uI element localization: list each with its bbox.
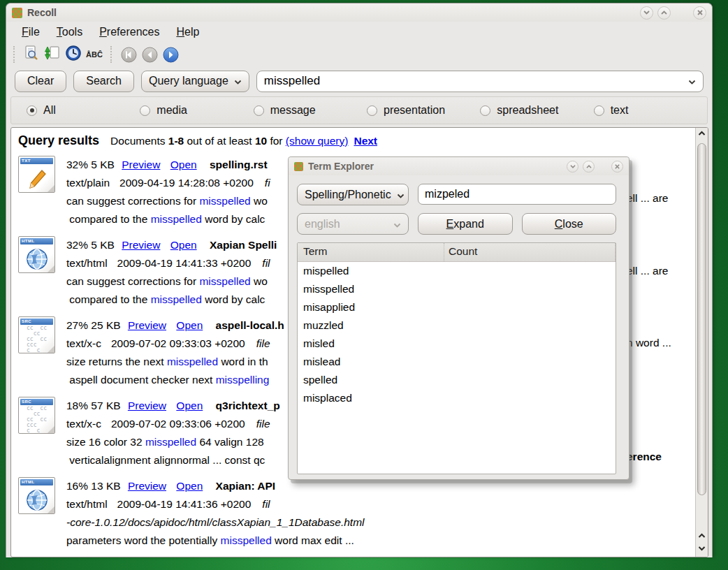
previous-page-button[interactable] — [139, 44, 160, 65]
next-page-link[interactable]: Next — [354, 135, 377, 147]
snippet-text: size returns the next — [66, 356, 167, 367]
open-link[interactable]: Open — [176, 480, 203, 492]
dialog-close-button[interactable] — [611, 161, 623, 173]
result-headline: 18% 57 KB Preview Open q3richtext_p — [66, 397, 280, 415]
result-text: 16% 13 KB Preview Open Xapian: APItext/h… — [66, 477, 365, 550]
filter-all[interactable]: All — [27, 104, 140, 117]
menu-help[interactable]: Help — [169, 24, 206, 41]
result-date: 2009-04-19 14:41:36 +0200 — [117, 498, 252, 510]
result-snippet: size 16 color 32 misspelled 64 valign 12… — [66, 433, 280, 451]
toolbar-grip2[interactable] — [110, 46, 114, 63]
term-table-row[interactable]: misplaced — [298, 389, 616, 407]
expansion-mode-select[interactable]: Spelling/Phonetic — [297, 184, 409, 205]
snippet-text: can suggest corrections for — [66, 195, 199, 207]
filter-text[interactable]: text — [594, 104, 707, 117]
dialog-title-bar[interactable]: Term Explorer — [289, 157, 629, 175]
show-query-link[interactable]: (show query) — [286, 135, 349, 147]
term-table-row[interactable]: misapplied — [298, 298, 616, 316]
expand-button[interactable]: Expand — [418, 213, 513, 235]
close-button[interactable] — [693, 6, 706, 20]
count-column-header[interactable]: Count — [444, 243, 616, 261]
menu-preferences[interactable]: Preferences — [92, 24, 166, 41]
chevron-down-icon[interactable] — [688, 75, 696, 87]
snippet-text: verticalalignment alignnormal ... const … — [66, 454, 265, 466]
scroll-up2-icon[interactable] — [696, 533, 708, 539]
results-scrollbar[interactable] — [695, 128, 708, 557]
result-meta: text/html2009-04-19 14:41:36 +0200fil — [66, 495, 365, 513]
minimize-button[interactable] — [640, 6, 653, 20]
dialog-title: Term Explorer — [308, 161, 374, 172]
scroll-up-icon[interactable] — [696, 131, 708, 136]
filter-presentation[interactable]: presentation — [367, 104, 480, 117]
chevron-up-icon — [585, 164, 592, 169]
term-table-row[interactable]: misled — [298, 335, 616, 353]
dialog-minimize-button[interactable] — [567, 161, 578, 173]
preview-link[interactable]: Preview — [128, 319, 166, 331]
language-select[interactable]: english — [297, 213, 409, 235]
term-input[interactable] — [425, 188, 609, 200]
recoll-app-icon — [12, 8, 22, 18]
term-explorer-button[interactable]: ÅBĈ — [84, 44, 105, 65]
menu-tools[interactable]: Tools — [50, 24, 89, 41]
radio-icon[interactable] — [367, 105, 377, 116]
open-link[interactable]: Open — [176, 400, 203, 411]
preview-link[interactable]: Preview — [128, 400, 166, 411]
term-table-row[interactable]: mislead — [298, 353, 616, 371]
scrollbar-thumb[interactable] — [697, 143, 706, 495]
menu-file[interactable]: File — [15, 24, 47, 41]
result-title: aspell-local.h — [216, 319, 284, 331]
term-table-row[interactable]: spelled — [298, 371, 616, 389]
radio-icon[interactable] — [594, 105, 604, 116]
arrow-first-icon — [121, 47, 137, 63]
filter-spreadsheet[interactable]: spreadsheet — [480, 104, 593, 117]
term-input-box[interactable] — [418, 184, 616, 205]
title-bar[interactable]: Recoll — [6, 3, 712, 22]
preview-link[interactable]: Preview — [122, 239, 160, 251]
highlighted-term: misspelled — [145, 436, 196, 448]
recoll-app-icon — [294, 162, 303, 171]
preview-link[interactable]: Preview — [128, 480, 166, 492]
preview-link[interactable]: Preview — [122, 159, 160, 170]
preview-document-button[interactable] — [21, 44, 42, 65]
search-button[interactable]: Search — [73, 71, 134, 92]
chevron-down-icon — [397, 189, 405, 201]
first-page-button[interactable] — [118, 44, 139, 65]
close-dialog-button[interactable]: Close — [522, 213, 617, 235]
result-text-fragment: ell ... are — [627, 265, 668, 277]
term-table-row[interactable]: muzzled — [298, 316, 616, 335]
open-link[interactable]: Open — [170, 159, 197, 170]
open-link[interactable]: Open — [176, 319, 203, 331]
result-text-fragment: erence — [627, 451, 662, 463]
update-index-button[interactable] — [42, 44, 63, 65]
search-combobox[interactable] — [256, 71, 704, 92]
filter-message[interactable]: message — [254, 104, 367, 117]
next-page-button[interactable] — [160, 44, 181, 65]
result-snippet: aspell document checker next misspelling — [66, 371, 284, 389]
dialog-maximize-button[interactable] — [583, 161, 595, 173]
result-meta: text/plain2009-04-19 14:28:08 +0200fi — [66, 174, 270, 192]
search-input[interactable] — [264, 74, 688, 88]
scroll-down-icon[interactable] — [696, 546, 708, 551]
maximize-button[interactable] — [657, 6, 671, 20]
highlighted-term: misspelled — [167, 356, 218, 367]
result-date: 2009-04-19 14:28:08 +0200 — [119, 177, 254, 189]
radio-icon[interactable] — [254, 105, 264, 116]
result-title: Xapian: API — [216, 480, 276, 492]
arrow-left-icon — [142, 47, 158, 63]
term-table-row[interactable]: mispelled — [298, 262, 616, 280]
term-column-header[interactable]: Term — [298, 243, 444, 261]
term-table-header[interactable]: Term Count — [298, 243, 616, 262]
history-button[interactable] — [63, 44, 84, 65]
open-link[interactable]: Open — [170, 239, 197, 251]
query-language-select[interactable]: Query language — [141, 71, 249, 92]
filter-label: message — [270, 104, 316, 117]
clear-button[interactable]: Clear — [15, 71, 66, 92]
doc-head-label: SRC — [20, 319, 53, 325]
radio-icon[interactable] — [27, 105, 37, 116]
term-table-row[interactable]: misspelled — [298, 280, 616, 298]
radio-icon[interactable] — [140, 105, 150, 116]
result-date: 2009-07-02 09:33:03 +0200 — [111, 337, 245, 349]
toolbar-grip[interactable] — [13, 46, 17, 63]
radio-icon[interactable] — [480, 105, 490, 116]
filter-media[interactable]: media — [140, 104, 253, 117]
